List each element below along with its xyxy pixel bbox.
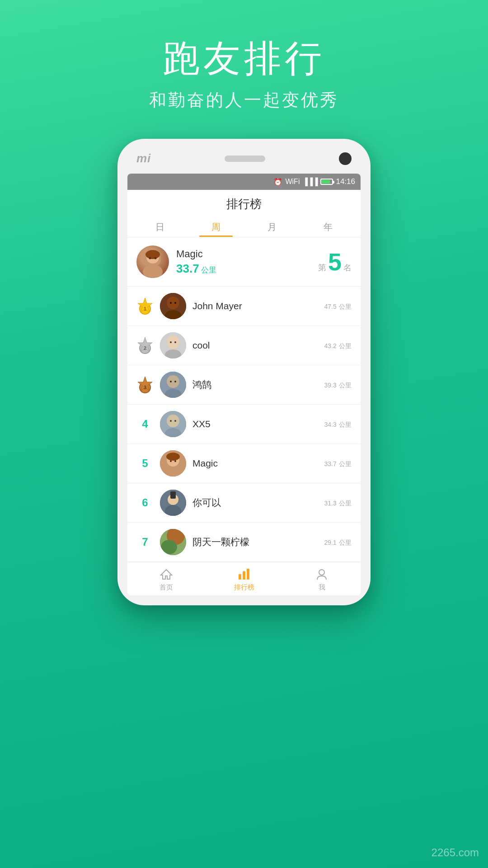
svg-point-53	[319, 570, 324, 575]
header-area: 跑友排行 和勤奋的人一起变优秀	[0, 0, 488, 112]
avatar-magic	[160, 450, 186, 476]
svg-point-40	[174, 460, 176, 462]
item-name-6: 你可以	[192, 496, 318, 509]
svg-point-38	[166, 453, 180, 461]
svg-point-34	[174, 420, 176, 422]
list-item: 6 你可以 31.3 公里	[127, 483, 361, 523]
phone-screen: ⏰ WiFi ▐▐▐ 14:16 排行榜 日 周 月 年	[127, 174, 361, 595]
svg-marker-48	[161, 570, 172, 579]
phone-top: mi	[127, 151, 361, 174]
svg-point-20	[170, 341, 172, 343]
ranking-icon: 1	[237, 567, 251, 581]
rank-badge-4: 4	[136, 418, 154, 430]
avatar-xx5	[160, 411, 186, 437]
nav-ranking-label: 排行榜	[234, 583, 254, 592]
tab-day[interactable]: 日	[132, 217, 188, 237]
nav-profile[interactable]: 我	[283, 567, 361, 592]
bottom-nav: 首页 1 排行榜	[127, 562, 361, 595]
svg-text:2: 2	[144, 345, 146, 351]
phone-brand: mi	[136, 151, 151, 165]
avatar-john-mayer	[160, 293, 186, 319]
rank-num: 5	[328, 250, 342, 274]
svg-point-31	[167, 415, 179, 427]
list-item: 2 cool 43.2	[127, 326, 361, 365]
svg-point-18	[167, 336, 179, 349]
svg-point-21	[174, 341, 176, 343]
svg-point-29	[174, 381, 176, 382]
phone-wrapper: mi ⏰ WiFi ▐▐▐ 14:16 排行榜 日 周 月 年	[0, 139, 488, 605]
tab-bar: 日 周 月 年	[127, 217, 361, 237]
svg-rect-51	[247, 569, 249, 580]
wifi-icon: WiFi	[285, 178, 300, 186]
list-item: 5 Magic 33.7 公里	[127, 444, 361, 483]
svg-text:1: 1	[243, 570, 245, 574]
signal-icon: ▐▐▐	[302, 178, 318, 186]
clock-icon: ⏰	[273, 178, 282, 186]
status-time: 14:16	[336, 177, 355, 186]
svg-point-10	[167, 297, 179, 309]
svg-point-33	[170, 420, 172, 422]
rank-prefix: 第	[318, 262, 326, 273]
tab-month[interactable]: 月	[244, 217, 300, 237]
item-name-4: XX5	[192, 419, 318, 429]
item-distance-3: 39.3 公里	[324, 380, 352, 390]
my-info: Magic 33.7 公里	[176, 248, 311, 276]
phone-mockup: mi ⏰ WiFi ▐▐▐ 14:16 排行榜 日 周 月 年	[117, 139, 371, 605]
item-name-5: Magic	[192, 458, 318, 469]
svg-point-47	[161, 540, 177, 554]
svg-point-28	[170, 381, 172, 382]
item-name-2: cool	[192, 340, 318, 351]
svg-point-12	[170, 302, 172, 304]
svg-point-4	[149, 257, 151, 259]
item-distance-2: 43.2 公里	[324, 340, 352, 350]
avatar-nikeyi	[160, 490, 186, 516]
silver-medal-icon: 2	[136, 336, 154, 355]
avatar-honghu	[160, 372, 186, 398]
gold-medal-icon: 1	[136, 297, 154, 316]
rank-badge-7: 7	[136, 536, 154, 548]
rank-badge-5: 5	[136, 457, 154, 470]
svg-point-39	[170, 460, 172, 462]
list-item: 7 阴天一颗柠檬 29.1 公里	[127, 523, 361, 562]
nav-ranking[interactable]: 1 排行榜	[205, 567, 283, 592]
rank-badge-6: 6	[136, 496, 154, 509]
svg-point-1	[143, 264, 163, 278]
svg-rect-49	[239, 574, 241, 580]
battery-icon	[320, 179, 333, 185]
my-rank-info: 第 5 名	[318, 250, 352, 274]
status-bar: ⏰ WiFi ▐▐▐ 14:16	[127, 174, 361, 190]
screen-title: 排行榜	[127, 190, 361, 217]
list-item: 1 John Mayer 47.5	[127, 287, 361, 326]
nav-home-label: 首页	[160, 583, 173, 592]
tab-week[interactable]: 周	[188, 217, 244, 237]
profile-icon	[314, 567, 329, 581]
item-distance-1: 47.5 公里	[324, 301, 352, 311]
item-name-3: 鸿鹄	[192, 378, 318, 391]
leaderboard-list: 1 John Mayer 47.5	[127, 287, 361, 562]
my-name: Magic	[176, 248, 311, 260]
nav-home[interactable]: 首页	[127, 567, 205, 592]
phone-camera	[339, 152, 352, 165]
item-distance-4: 34.3 公里	[324, 419, 352, 429]
item-name-7: 阴天一颗柠檬	[192, 536, 318, 548]
header-title: 跑友排行	[0, 36, 488, 80]
my-rank-card: Magic 33.7 公里 第 5 名	[127, 237, 361, 287]
my-distance-unit: 公里	[201, 265, 216, 275]
phone-speaker	[225, 156, 265, 162]
tab-year[interactable]: 年	[300, 217, 356, 237]
my-distance: 33.7 公里	[176, 262, 311, 276]
svg-text:1: 1	[144, 306, 146, 311]
item-name-1: John Mayer	[192, 301, 318, 311]
svg-point-3	[145, 250, 160, 259]
item-distance-6: 31.3 公里	[324, 498, 352, 508]
home-icon	[159, 567, 174, 581]
header-subtitle: 和勤奋的人一起变优秀	[0, 89, 488, 112]
svg-rect-44	[170, 491, 176, 499]
avatar-lemon	[160, 529, 186, 555]
svg-text:3: 3	[144, 385, 146, 390]
svg-point-13	[174, 302, 176, 304]
list-item: 3 鸿鹄 39.3	[127, 365, 361, 405]
avatar-cool	[160, 332, 186, 359]
rank-suffix: 名	[343, 262, 352, 273]
bronze-medal-icon: 3	[136, 375, 154, 394]
